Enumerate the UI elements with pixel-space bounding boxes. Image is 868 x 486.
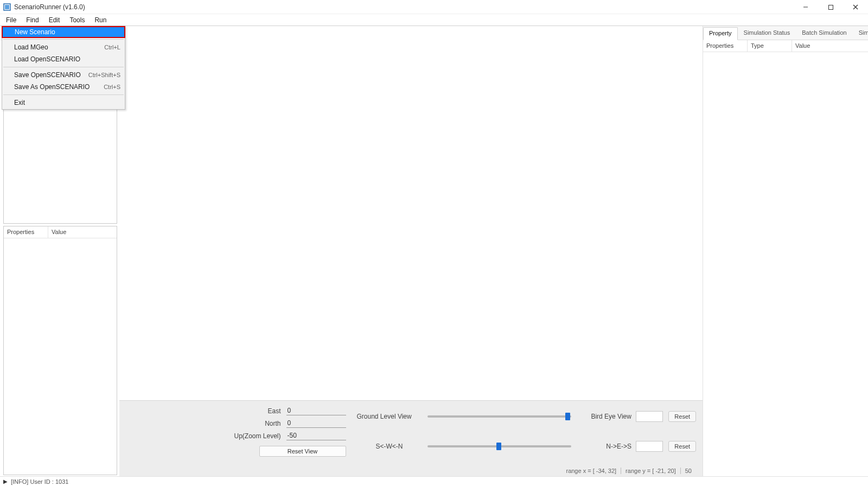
menu-save-as-openscenario-shortcut: Ctrl+S <box>104 84 120 90</box>
nes-label: N->E->S <box>588 443 631 450</box>
menu-load-openscenario-label: Load OpenSCENARIO <box>14 55 80 63</box>
menu-load-mgeo[interactable]: Load MGeo Ctrl+L <box>2 41 125 53</box>
right-header-value[interactable]: Value <box>792 40 868 52</box>
nes-reset-button[interactable]: Reset <box>668 441 696 452</box>
range-status: range x = [ -34, 32] range y = [ -21, 20… <box>561 468 696 474</box>
up-zoom-label: Up(Zoom Level) <box>227 432 281 440</box>
window-controls <box>793 0 868 14</box>
right-header-properties[interactable]: Properties <box>703 40 748 52</box>
dropdown-separator <box>3 39 124 40</box>
statusbar-text: [INFO] User ID : 1031 <box>11 478 68 485</box>
center-column: Ground Level View Bird Eye View Reset Ea… <box>119 26 703 476</box>
close-button[interactable] <box>843 0 868 14</box>
right-tabs: Property Simulation Status Batch Simulat… <box>703 26 868 40</box>
left-prop-header: Properties Value <box>4 226 117 238</box>
left-header-properties[interactable]: Properties <box>4 226 48 238</box>
svg-rect-3 <box>828 5 833 9</box>
menu-save-as-openscenario[interactable]: Save As OpenSCENARIO Ctrl+S <box>2 81 125 93</box>
viewport-canvas[interactable] <box>119 26 703 400</box>
menu-find[interactable]: Find <box>21 14 43 26</box>
menu-new-scenario-label: New Scenario <box>15 28 55 36</box>
bird-eye-reset-button[interactable]: Reset <box>668 411 696 422</box>
dropdown-separator <box>3 67 124 67</box>
left-header-value[interactable]: Value <box>48 226 117 238</box>
menu-load-mgeo-shortcut: Ctrl+L <box>104 44 120 51</box>
right-header-type[interactable]: Type <box>748 40 792 52</box>
bird-eye-view-label: Bird Eye View <box>588 413 631 420</box>
up-zoom-input[interactable] <box>286 431 346 440</box>
tab-simulation-status[interactable]: Simulation Status <box>738 27 796 40</box>
file-dropdown: New Scenario Load MGeo Ctrl+L Load OpenS… <box>2 26 125 110</box>
reset-view-button[interactable]: Reset View <box>259 446 346 457</box>
svg-rect-1 <box>5 5 9 9</box>
menu-save-openscenario[interactable]: Save OpenSCENARIO Ctrl+Shift+S <box>2 69 125 81</box>
range-x: range x = [ -34, 32] <box>561 468 621 474</box>
minimize-button[interactable] <box>793 0 818 14</box>
tab-batch-simulation[interactable]: Batch Simulation <box>796 27 853 40</box>
dropdown-separator <box>3 94 124 95</box>
right-properties-panel: Properties Type Value <box>703 40 868 476</box>
tab-simulation-more[interactable]: Simulati <box>853 27 868 40</box>
swn-slider[interactable] <box>427 445 572 447</box>
swn-label: S<-W<-N <box>357 443 422 450</box>
ground-level-slider[interactable] <box>427 415 572 418</box>
swn-thumb[interactable] <box>496 443 501 450</box>
menu-exit[interactable]: Exit <box>2 97 125 109</box>
menu-tools[interactable]: Tools <box>65 14 90 26</box>
east-label: East <box>227 407 281 415</box>
tab-property[interactable]: Property <box>703 27 738 40</box>
range-y: range y = [ -21, 20] <box>621 468 681 474</box>
menu-load-mgeo-label: Load MGeo <box>14 43 48 51</box>
properties-panel-left: Properties Value <box>3 226 117 475</box>
titlebar: ScenarioRunner (v1.6.0) <box>0 0 868 14</box>
menu-load-openscenario[interactable]: Load OpenSCENARIO <box>2 53 125 65</box>
menu-new-scenario[interactable]: New Scenario <box>2 26 125 38</box>
ground-level-view-label: Ground Level View <box>357 413 422 420</box>
main-area: Properties Value Ground Level View Bird … <box>0 26 868 476</box>
right-column: Property Simulation Status Batch Simulat… <box>703 26 868 476</box>
menu-exit-label: Exit <box>14 99 25 106</box>
window-title: ScenarioRunner (v1.6.0) <box>14 3 85 11</box>
menu-save-openscenario-shortcut: Ctrl+Shift+S <box>88 72 120 78</box>
ground-level-thumb[interactable] <box>565 413 570 420</box>
right-prop-header: Properties Type Value <box>703 40 868 52</box>
menu-run[interactable]: Run <box>90 14 111 26</box>
east-input[interactable] <box>286 406 346 415</box>
menu-save-openscenario-label: Save OpenSCENARIO <box>14 71 81 79</box>
app-icon <box>3 3 11 11</box>
range-z: 50 <box>681 468 696 474</box>
nes-input[interactable] <box>636 441 663 452</box>
maximize-button[interactable] <box>818 0 843 14</box>
north-input[interactable] <box>286 419 346 428</box>
menu-edit[interactable]: Edit <box>44 14 65 26</box>
menu-save-as-openscenario-label: Save As OpenSCENARIO <box>14 83 90 91</box>
view-controls-panel: Ground Level View Bird Eye View Reset Ea… <box>119 400 703 476</box>
menu-file[interactable]: File <box>1 14 21 26</box>
statusbar-expand-icon[interactable]: ▶ <box>3 478 8 484</box>
statusbar: ▶ [INFO] User ID : 1031 <box>0 476 868 486</box>
menubar: File Find Edit Tools Run <box>0 14 868 26</box>
north-label: North <box>227 420 281 427</box>
bird-eye-input[interactable] <box>636 411 663 422</box>
